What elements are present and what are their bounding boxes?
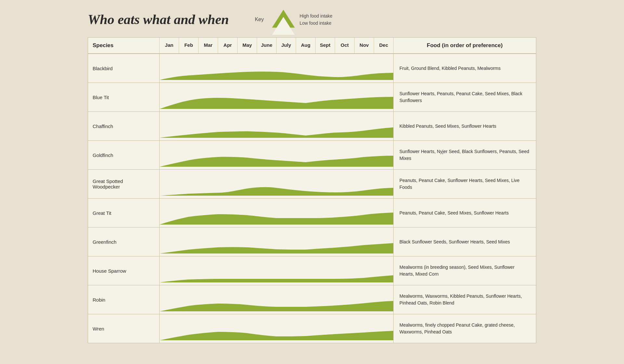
food-cell: Fruit, Ground Blend, Kibbled Peanuts, Me… bbox=[394, 54, 536, 83]
species-cell: Robin bbox=[88, 285, 160, 314]
table-row: Blue TitSunflower Hearts, Peanuts, Peanu… bbox=[88, 83, 536, 112]
header-species: Species bbox=[88, 38, 160, 53]
key-high-label: High food intake bbox=[300, 12, 332, 20]
chart-cell bbox=[160, 256, 394, 285]
food-cell: Black Sunflower Seeds, Sunflower Hearts,… bbox=[394, 228, 536, 256]
header-section: Who eats what and when Key High food int… bbox=[88, 10, 536, 29]
table-row: GoldfinchSunflower Hearts, Nyjer Seed, B… bbox=[88, 141, 536, 170]
header-mar: Mar bbox=[199, 38, 218, 53]
chart-area bbox=[160, 187, 393, 196]
species-cell: Chaffinch bbox=[88, 112, 160, 140]
chart-cell bbox=[160, 285, 394, 314]
food-cell: Mealworms (in breeding season), Seed Mix… bbox=[394, 256, 536, 285]
chart-area bbox=[160, 156, 393, 167]
data-table: Species Jan Feb Mar Apr May June July Au… bbox=[88, 37, 536, 343]
rows-container: BlackbirdFruit, Ground Blend, Kibbled Pe… bbox=[88, 54, 536, 343]
header-dec: Dec bbox=[374, 38, 394, 53]
chart-cell bbox=[160, 83, 394, 111]
chart-cell bbox=[160, 141, 394, 169]
food-cell: Kibbled Peanuts, Seed Mixes, Sunflower H… bbox=[394, 112, 536, 140]
species-cell: Great Spotted Woodpecker bbox=[88, 170, 160, 198]
table-row: BlackbirdFruit, Ground Blend, Kibbled Pe… bbox=[88, 54, 536, 83]
key-label: Key bbox=[255, 17, 264, 22]
header-sept: Sept bbox=[316, 38, 335, 53]
table-row: GreenfinchBlack Sunflower Seeds, Sunflow… bbox=[88, 228, 536, 256]
chart-cell bbox=[160, 112, 394, 140]
header-july: July bbox=[277, 38, 296, 53]
header-apr: Apr bbox=[218, 38, 238, 53]
chart-area bbox=[160, 275, 393, 282]
key-text: High food intake Low food intake bbox=[300, 12, 332, 27]
species-cell: Blackbird bbox=[88, 54, 160, 83]
food-cell: Mealworms, Waxworms, Kibbled Peanuts, Su… bbox=[394, 285, 536, 314]
chart-area bbox=[160, 127, 393, 138]
table-row: House SparrowMealworms (in breeding seas… bbox=[88, 256, 536, 285]
key-low-label: Low food intake bbox=[300, 20, 332, 27]
main-title: Who eats what and when bbox=[88, 12, 229, 27]
header-jan: Jan bbox=[160, 38, 179, 53]
key-triangle-low-icon bbox=[272, 17, 295, 35]
food-cell: Peanuts, Peanut Cake, Sunflower Hearts, … bbox=[394, 170, 536, 198]
chart-area bbox=[160, 301, 393, 311]
page-wrapper: Who eats what and when Key High food int… bbox=[88, 10, 536, 343]
table-row: RobinMealworms, Waxworms, Kibbled Peanut… bbox=[88, 285, 536, 314]
key-triangle-container bbox=[272, 10, 295, 29]
species-cell: Wren bbox=[88, 314, 160, 343]
table-row: WrenMealworms, finely chopped Peanut Cak… bbox=[88, 314, 536, 343]
chart-cell bbox=[160, 54, 394, 83]
header-food: Food (in order of preference) bbox=[394, 38, 536, 53]
table-row: Great Spotted WoodpeckerPeanuts, Peanut … bbox=[88, 170, 536, 199]
species-cell: House Sparrow bbox=[88, 256, 160, 285]
chart-cell bbox=[160, 228, 394, 256]
food-cell: Sunflower Hearts, Peanuts, Peanut Cake, … bbox=[394, 83, 536, 111]
species-cell: Great Tit bbox=[88, 199, 160, 227]
chart-cell bbox=[160, 314, 394, 343]
key-section: Key High food intake Low food intake bbox=[255, 10, 332, 29]
header-oct: Oct bbox=[335, 38, 355, 53]
species-cell: Blue Tit bbox=[88, 83, 160, 111]
chart-area bbox=[160, 243, 393, 254]
header-june: June bbox=[257, 38, 277, 53]
species-cell: Goldfinch bbox=[88, 141, 160, 169]
food-cell: Sunflower Hearts, Nyjer Seed, Black Sunf… bbox=[394, 141, 536, 169]
header-feb: Feb bbox=[179, 38, 199, 53]
chart-area bbox=[160, 213, 393, 225]
table-row: Great TitPeanuts, Peanut Cake, Seed Mixe… bbox=[88, 199, 536, 228]
species-cell: Greenfinch bbox=[88, 228, 160, 256]
chart-area bbox=[160, 331, 393, 340]
table-row: ChaffinchKibbled Peanuts, Seed Mixes, Su… bbox=[88, 112, 536, 141]
header-aug: Aug bbox=[296, 38, 316, 53]
food-cell: Peanuts, Peanut Cake, Seed Mixes, Sunflo… bbox=[394, 199, 536, 227]
header-may: May bbox=[238, 38, 257, 53]
header-nov: Nov bbox=[355, 38, 374, 53]
table-header: Species Jan Feb Mar Apr May June July Au… bbox=[88, 38, 536, 54]
food-cell: Mealworms, finely chopped Peanut Cake, g… bbox=[394, 314, 536, 343]
chart-area bbox=[160, 97, 393, 109]
chart-cell bbox=[160, 199, 394, 227]
chart-area bbox=[160, 72, 393, 80]
chart-cell bbox=[160, 170, 394, 198]
